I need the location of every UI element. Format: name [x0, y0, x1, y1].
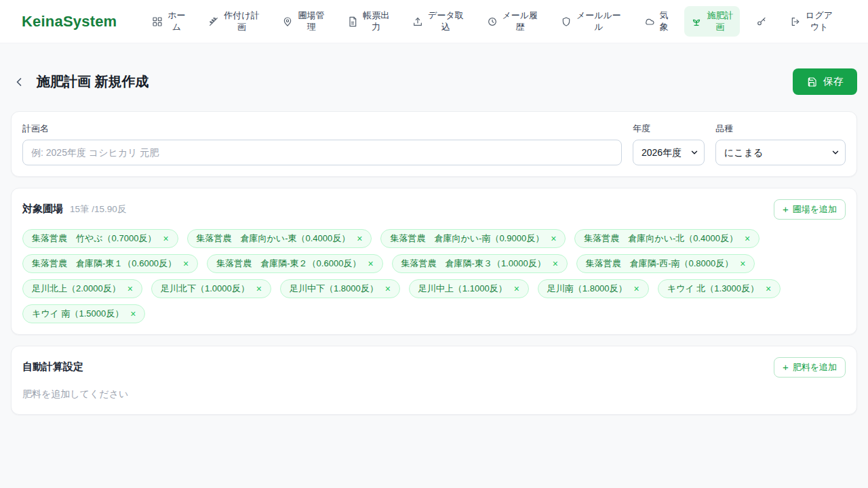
field-tag[interactable]: キウイ 北（1.3000反）×: [658, 279, 781, 298]
fertilizer-empty-message: 肥料を追加してください: [22, 388, 846, 401]
field-tag[interactable]: 足川中上（1.1000反）×: [409, 279, 529, 298]
field-tag[interactable]: 集落営農 倉庫隣-東２（0.6000反）×: [207, 254, 382, 273]
nav-item-mail-rules[interactable]: メールルー ル: [554, 6, 628, 37]
year-label: 年度: [633, 123, 705, 135]
map-pin-icon: [282, 16, 293, 27]
field-tag[interactable]: 集落営農 竹やぶ（0.7000反）×: [22, 229, 178, 248]
plus-icon: +: [783, 362, 789, 372]
logout-icon: [790, 16, 801, 27]
field-tag-label: キウイ 南（1.5000反）: [32, 308, 123, 320]
field-tag-label: 足川中上（1.1000反）: [418, 283, 507, 295]
remove-tag-icon[interactable]: ×: [368, 259, 373, 268]
add-field-button[interactable]: + 圃場を追加: [774, 199, 846, 220]
remove-tag-icon[interactable]: ×: [553, 259, 558, 268]
field-tag[interactable]: 集落営農 倉庫向かい-東（0.4000反）×: [187, 229, 372, 248]
field-tag-label: 集落営農 竹やぶ（0.7000反）: [32, 232, 156, 245]
field-tag[interactable]: 集落営農 倉庫向かい-北（0.4000反）×: [574, 229, 760, 248]
nav-item-label: メール履 歴: [502, 10, 538, 33]
remove-tag-icon[interactable]: ×: [385, 284, 391, 293]
nav-item-api-key[interactable]: [749, 12, 774, 31]
field-tag-label: 足川中下（1.8000反）: [290, 283, 378, 295]
remove-tag-icon[interactable]: ×: [634, 284, 639, 293]
field-tag-label: 足川南（1.8000反）: [547, 283, 627, 295]
remove-tag-icon[interactable]: ×: [163, 234, 168, 243]
top-navbar: KeinaSystem ホー ム 作付け計 画 圃場管 理 帳票出 力: [0, 0, 868, 43]
back-button[interactable]: [11, 74, 27, 90]
chevron-left-icon: [12, 75, 26, 89]
shield-icon: [561, 16, 572, 27]
nav-item-label: 施肥計 画: [707, 10, 733, 33]
wheat-icon: [208, 16, 219, 27]
field-tag[interactable]: 集落営農 倉庫隣-東３（1.0000反）×: [392, 254, 568, 273]
field-tag-label: 集落営農 倉庫隣-西-南（0.8000反）: [586, 258, 733, 270]
nav-item-label: メールルー ル: [576, 10, 621, 33]
save-button[interactable]: 保存: [793, 68, 857, 95]
remove-tag-icon[interactable]: ×: [551, 234, 556, 243]
remove-tag-icon[interactable]: ×: [745, 234, 750, 243]
nav-item-planting-plan[interactable]: 作付け計 画: [201, 6, 266, 37]
nav-item-label: 帳票出 力: [363, 10, 389, 33]
field-tag[interactable]: 足川北上（2.0000反）×: [22, 279, 142, 298]
nav-item-fertilization-plan[interactable]: 施肥計 画: [684, 6, 740, 37]
nav-item-weather[interactable]: 気 象: [637, 6, 675, 37]
variety-label: 品種: [715, 123, 846, 135]
nav-item-home[interactable]: ホー ム: [145, 6, 192, 37]
field-tag-label: 足川北上（2.0000反）: [32, 283, 121, 295]
remove-tag-icon[interactable]: ×: [256, 284, 262, 293]
nav-item-logout[interactable]: ログア ウト: [783, 6, 840, 37]
document-icon: [347, 16, 358, 27]
remove-tag-icon[interactable]: ×: [127, 284, 133, 293]
field-tag[interactable]: 足川北下（1.0000反）×: [151, 279, 271, 298]
remove-tag-icon[interactable]: ×: [766, 284, 771, 293]
nav-item-field-management[interactable]: 圃場管 理: [275, 6, 331, 37]
target-fields-summary: 15筆 /15.90反: [70, 203, 126, 216]
page-header: 施肥計画 新規作成 保存: [11, 64, 857, 100]
auto-calc-card: 自動計算設定 + 肥料を追加 肥料を追加してください: [11, 346, 857, 415]
remove-tag-icon[interactable]: ×: [357, 234, 362, 243]
page-title: 施肥計画 新規作成: [37, 73, 149, 91]
plan-name-label: 計画名: [22, 123, 622, 135]
add-fertilizer-button-label: 肥料を追加: [793, 361, 837, 373]
key-icon: [756, 16, 767, 27]
nav-item-report-output[interactable]: 帳票出 力: [340, 6, 396, 37]
brand-logo[interactable]: KeinaSystem: [22, 13, 117, 30]
nav-item-data-import[interactable]: データ取 込: [406, 6, 471, 37]
target-fields-card: 対象圃場 15筆 /15.90反 + 圃場を追加 集落営農 竹やぶ（0.7000…: [11, 188, 857, 335]
nav-item-label: 圃場管 理: [298, 10, 324, 33]
field-tag-label: 集落営農 倉庫向かい-北（0.4000反）: [584, 232, 738, 245]
add-fertilizer-button[interactable]: + 肥料を追加: [774, 357, 846, 378]
auto-calc-title: 自動計算設定: [22, 361, 83, 373]
nav-item-label: ログア ウト: [806, 10, 833, 33]
remove-tag-icon[interactable]: ×: [130, 309, 136, 319]
field-tags: 集落営農 竹やぶ（0.7000反）×集落営農 倉庫向かい-東（0.4000反）×…: [22, 229, 846, 323]
field-tag-label: 集落営農 倉庫隣-東１（0.6000反）: [32, 258, 176, 270]
field-tag-label: 集落営農 倉庫隣-東２（0.6000反）: [216, 258, 361, 270]
field-tag[interactable]: 集落営農 倉庫隣-東１（0.6000反）×: [22, 254, 198, 273]
cloud-icon: [644, 16, 655, 27]
nav-item-label: 作付け計 画: [224, 10, 259, 33]
field-tag[interactable]: 集落営農 倉庫隣-西-南（0.8000反）×: [576, 254, 755, 273]
nav-item-label: データ取 込: [428, 10, 464, 33]
save-icon: [806, 77, 817, 87]
field-tag[interactable]: 足川中下（1.8000反）×: [280, 279, 400, 298]
save-button-label: 保存: [823, 75, 844, 88]
remove-tag-icon[interactable]: ×: [514, 284, 519, 293]
plan-name-input[interactable]: [22, 140, 622, 165]
nav-item-label: ホー ム: [167, 10, 185, 33]
field-tag-label: キウイ 北（1.3000反）: [667, 283, 759, 295]
grid-icon: [152, 16, 163, 27]
main-content: 施肥計画 新規作成 保存 計画名 年度 2026年度: [0, 64, 868, 415]
year-select[interactable]: 2026年度: [633, 140, 705, 165]
field-tag[interactable]: 集落営農 倉庫向かい-南（0.9000反）×: [380, 229, 566, 248]
field-tag[interactable]: 足川南（1.8000反）×: [538, 279, 649, 298]
add-field-button-label: 圃場を追加: [793, 203, 837, 216]
field-tag-label: 集落営農 倉庫向かい-東（0.4000反）: [197, 232, 351, 245]
plan-form-card: 計画名 年度 2026年度 品種 にこまる: [11, 111, 857, 177]
remove-tag-icon[interactable]: ×: [740, 259, 745, 268]
field-tag[interactable]: キウイ 南（1.5000反）×: [22, 304, 145, 323]
sprout-icon: [691, 16, 702, 27]
nav-item-mail-history[interactable]: メール履 歴: [480, 6, 545, 37]
remove-tag-icon[interactable]: ×: [183, 259, 189, 268]
target-fields-title: 対象圃場: [22, 203, 63, 216]
variety-select[interactable]: にこまる: [715, 140, 846, 165]
